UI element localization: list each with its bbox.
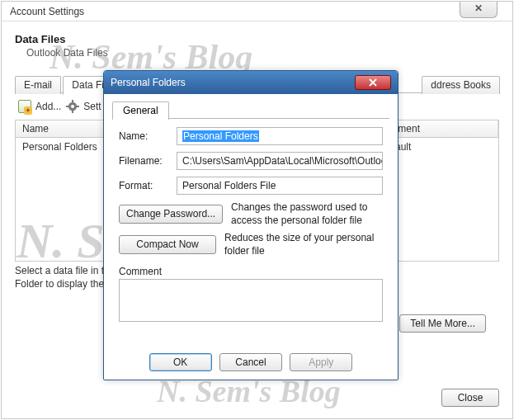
close-button[interactable]: Close <box>441 389 499 407</box>
format-label: Format: <box>119 180 170 191</box>
tab-email[interactable]: E-mail <box>15 76 61 94</box>
tell-me-more-button[interactable]: Tell Me More... <box>399 314 486 333</box>
change-password-button[interactable]: Change Password... <box>119 205 223 224</box>
general-panel: Name: Personal Folders Filename: C:\User… <box>112 119 389 329</box>
close-icon <box>369 78 377 87</box>
window-title: Account Settings <box>10 6 84 17</box>
close-icon: ✕ <box>474 2 483 14</box>
change-password-help: Changes the password used to access the … <box>231 201 383 227</box>
cancel-button[interactable]: Cancel <box>219 353 282 371</box>
section-title: Data Files <box>15 33 499 45</box>
comment-textarea[interactable] <box>119 279 383 322</box>
dialog-titlebar[interactable]: Personal Folders <box>104 71 398 94</box>
format-input[interactable]: Personal Folders File <box>177 177 383 195</box>
personal-folders-dialog: Personal Folders General Name: Personal … <box>103 70 398 380</box>
dialog-tabs: General <box>112 101 389 119</box>
filename-label: Filename: <box>119 155 170 167</box>
section-subtitle: Outlook Data Files <box>15 45 499 70</box>
dialog-title: Personal Folders <box>111 77 186 88</box>
dialog-footer: OK Cancel Apply <box>104 353 398 371</box>
svg-rect-2 <box>72 100 73 102</box>
toolbar-settings-button[interactable]: Sett <box>66 100 101 113</box>
tab-general[interactable]: General <box>112 101 169 120</box>
add-icon <box>18 100 31 113</box>
svg-rect-4 <box>66 106 68 107</box>
name-input[interactable]: Personal Folders <box>177 127 383 145</box>
toolbar-settings-label: Sett <box>83 101 101 112</box>
dialog-close-button[interactable] <box>355 75 391 90</box>
filename-input[interactable]: C:\Users\Sam\AppData\Local\Microsoft\Out… <box>177 152 383 170</box>
window-close-button[interactable]: ✕ <box>460 2 497 18</box>
apply-button[interactable]: Apply <box>290 353 352 371</box>
name-label: Name: <box>119 130 170 142</box>
ok-button[interactable]: OK <box>149 353 212 371</box>
toolbar-add-label: Add... <box>35 101 61 112</box>
svg-rect-5 <box>77 106 79 107</box>
gear-icon <box>66 100 79 113</box>
account-settings-header: Account Settings ✕ <box>2 2 512 21</box>
toolbar-add-button[interactable]: Add... <box>18 100 61 113</box>
dialog-body: General Name: Personal Folders Filename:… <box>104 94 398 337</box>
name-input-value: Personal Folders <box>182 130 259 142</box>
compact-now-help: Reduces the size of your personal folder… <box>224 232 383 257</box>
svg-point-1 <box>71 105 74 108</box>
tab-address-books[interactable]: ddress Books <box>422 76 500 94</box>
comment-label: Comment <box>119 266 383 277</box>
svg-rect-3 <box>72 111 73 113</box>
compact-now-button[interactable]: Compact Now <box>119 235 216 254</box>
